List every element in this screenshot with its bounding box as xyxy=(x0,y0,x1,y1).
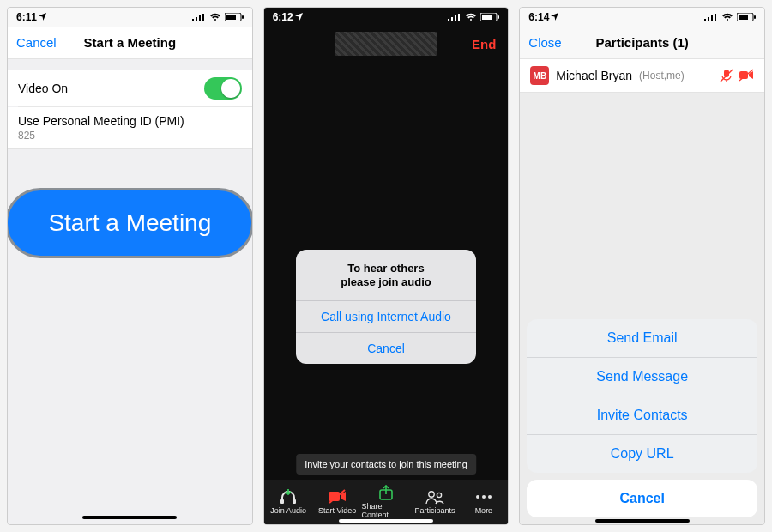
mic-muted-icon xyxy=(720,69,733,82)
svg-rect-15 xyxy=(293,499,296,504)
video-on-row: Video On xyxy=(8,70,252,106)
svg-rect-22 xyxy=(708,17,709,21)
svg-rect-6 xyxy=(242,15,244,19)
nav-title: Start a Meeting xyxy=(84,35,177,50)
svg-rect-8 xyxy=(451,17,453,21)
participant-suffix: (Host,me) xyxy=(639,70,685,82)
status-bar: 6:14 xyxy=(520,8,764,27)
signal-icon xyxy=(192,13,206,21)
share-content-button[interactable]: Share Content xyxy=(362,480,411,524)
status-icons xyxy=(704,13,756,21)
more-icon xyxy=(476,489,492,505)
share-icon xyxy=(377,485,395,500)
signal-icon xyxy=(704,13,718,21)
participant-name: Michael Bryan xyxy=(556,69,632,82)
video-off-icon xyxy=(328,489,347,505)
location-icon xyxy=(39,11,46,23)
pmi-row: Use Personal Meeting ID (PMI) 825 xyxy=(8,107,252,148)
location-icon xyxy=(551,11,558,23)
wifi-icon xyxy=(465,13,477,21)
video-on-toggle[interactable] xyxy=(204,77,242,100)
participant-row[interactable]: MB Michael Bryan (Host,me) xyxy=(520,59,764,93)
start-video-button[interactable]: Start Video xyxy=(313,480,362,524)
alert-message: To hear others please join audio xyxy=(296,250,476,300)
screen-participants-invite: 6:14 Close Participants (1) MB Michael B… xyxy=(519,7,765,525)
nav-header: Cancel Start a Meeting xyxy=(8,27,252,59)
svg-rect-1 xyxy=(196,17,197,21)
nav-title: Participants (1) xyxy=(595,35,688,50)
pmi-label: Use Personal Meeting ID (PMI) xyxy=(18,114,184,128)
more-button[interactable]: More xyxy=(459,480,508,524)
sheet-cancel-button[interactable]: Cancel xyxy=(527,480,757,517)
svg-rect-5 xyxy=(226,15,236,20)
status-time: 6:11 xyxy=(16,11,37,23)
signal-icon xyxy=(448,13,461,21)
status-time: 6:12 xyxy=(273,11,293,23)
wifi-icon xyxy=(721,13,733,21)
participants-icon xyxy=(425,489,445,505)
video-on-label: Video On xyxy=(18,82,68,95)
svg-rect-7 xyxy=(448,19,449,21)
call-internet-audio-button[interactable]: Call using Internet Audio xyxy=(296,300,476,332)
status-icons xyxy=(448,13,499,21)
battery-icon xyxy=(480,13,499,21)
svg-rect-9 xyxy=(455,15,456,21)
status-time: 6:14 xyxy=(528,11,549,23)
nav-header: Close Participants (1) xyxy=(520,27,764,59)
start-meeting-button[interactable]: Start a Meeting xyxy=(7,188,253,258)
join-audio-button[interactable]: Join Audio xyxy=(264,480,313,524)
location-icon xyxy=(295,11,303,23)
invite-action-sheet: Send Email Send Message Invite Contacts … xyxy=(527,319,757,517)
cancel-button[interactable]: Cancel xyxy=(16,35,57,50)
svg-rect-26 xyxy=(739,15,748,20)
copy-url-button[interactable]: Copy URL xyxy=(527,434,757,473)
svg-rect-10 xyxy=(458,14,460,21)
svg-rect-0 xyxy=(192,19,194,21)
invite-contacts-button[interactable]: Invite Contacts xyxy=(527,396,757,434)
participants-button[interactable]: Participants xyxy=(410,480,459,524)
svg-rect-13 xyxy=(498,15,499,19)
svg-rect-14 xyxy=(280,499,284,504)
svg-rect-24 xyxy=(715,14,716,21)
svg-rect-3 xyxy=(202,14,204,21)
screen-in-meeting: 6:12 End To hear others please join audi… xyxy=(263,7,510,525)
join-audio-alert: To hear others please join audio Call us… xyxy=(296,250,476,364)
alert-cancel-button[interactable]: Cancel xyxy=(296,332,476,364)
home-indicator xyxy=(339,519,433,523)
battery-icon xyxy=(225,13,244,21)
end-button[interactable]: End xyxy=(472,37,496,51)
meeting-nav: End xyxy=(264,27,509,61)
settings-list: Video On Use Personal Meeting ID (PMI) 8… xyxy=(8,70,252,149)
home-indicator xyxy=(595,519,690,523)
close-button[interactable]: Close xyxy=(528,35,561,50)
send-message-button[interactable]: Send Message xyxy=(527,357,757,396)
send-email-button[interactable]: Send Email xyxy=(527,319,757,357)
screen-start-meeting: 6:11 Cancel Start a Meeting Video On Use… xyxy=(7,7,253,525)
meeting-id-blurred xyxy=(335,32,437,56)
status-icons xyxy=(192,13,244,21)
home-indicator xyxy=(82,516,177,519)
wifi-icon xyxy=(209,13,221,21)
svg-rect-12 xyxy=(482,15,492,20)
video-off-icon xyxy=(739,69,754,82)
svg-point-19 xyxy=(429,492,434,497)
svg-point-20 xyxy=(437,493,441,497)
status-bar: 6:11 xyxy=(8,8,252,27)
invite-toast: Invite your contacts to join this meetin… xyxy=(296,454,476,475)
svg-rect-2 xyxy=(199,15,201,21)
svg-rect-27 xyxy=(754,15,756,19)
headphones-icon xyxy=(279,489,298,505)
svg-rect-21 xyxy=(704,19,706,21)
meeting-toolbar: Join Audio Start Video Share Content Par… xyxy=(264,480,509,524)
status-bar: 6:12 xyxy=(264,8,509,27)
battery-icon xyxy=(737,13,756,21)
pmi-value: 825 xyxy=(18,130,184,142)
svg-rect-23 xyxy=(711,15,713,21)
avatar: MB xyxy=(530,66,549,85)
